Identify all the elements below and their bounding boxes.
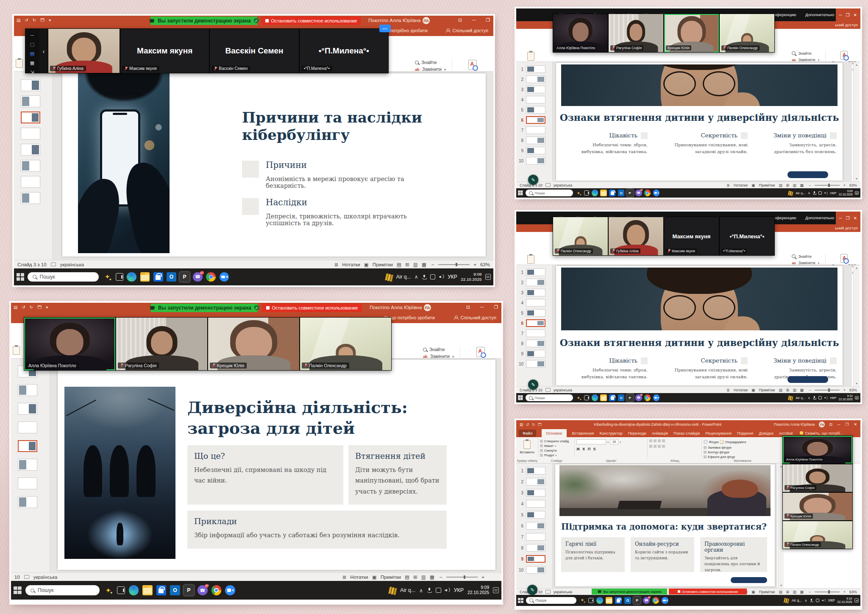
edge-icon[interactable] — [596, 597, 603, 604]
start-button[interactable] — [17, 273, 24, 281]
paste-button[interactable] — [16, 59, 23, 68]
taskbar-clock[interactable]: 9:1022.10.2025 — [837, 597, 852, 604]
quick-access-toolbar[interactable]: ▤↺↻🗔 — [520, 422, 542, 427]
zoom-app-icon[interactable] — [225, 585, 235, 595]
start-button[interactable] — [518, 190, 523, 195]
slide-thumbnail[interactable] — [526, 489, 545, 497]
restore-icon[interactable] — [845, 422, 849, 427]
outlook-icon[interactable] — [618, 190, 624, 196]
avatar[interactable]: ПА — [424, 304, 431, 311]
ribbon-options-icon[interactable] — [466, 304, 470, 310]
quick-access-toolbar[interactable] — [14, 305, 48, 310]
tell-me-box[interactable]: Скажіть, що потріб... — [800, 431, 843, 435]
preview-icon[interactable] — [40, 18, 45, 22]
close-icon[interactable] — [854, 13, 857, 17]
slide-panel-row[interactable]: 9 — [518, 147, 552, 154]
viber-icon[interactable]: 47 — [193, 272, 203, 282]
share-button[interactable]: Спільний доступ — [453, 315, 496, 320]
slide-thumbnail[interactable] — [18, 403, 37, 415]
copilot-icon[interactable] — [575, 394, 581, 401]
save-icon[interactable] — [14, 305, 17, 310]
slide-thumbnail[interactable] — [526, 106, 545, 114]
tell-me-box[interactable]: що потрібно зробити — [384, 315, 435, 320]
zoom-out-icon[interactable] — [440, 575, 442, 580]
video-tile-maksym[interactable]: Максим якуняМаксим якуня — [120, 28, 209, 73]
taskbar-clock[interactable]: 9:1022.10.2025 — [839, 394, 853, 401]
slide-thumbnail[interactable] — [526, 96, 545, 103]
video-tile-sofia[interactable]: Рагуліна Софія — [116, 317, 208, 371]
copilot-icon[interactable] — [579, 597, 586, 604]
store-icon[interactable] — [153, 272, 163, 282]
zoom-in-icon[interactable] — [481, 575, 484, 580]
notification-center-icon[interactable] — [854, 598, 858, 602]
weather-widget-icon[interactable] — [388, 587, 392, 594]
more-options-icon[interactable] — [379, 25, 391, 32]
notes-button[interactable]: Нотатки — [342, 262, 360, 267]
tab-acrobat[interactable]: Acrobat — [779, 431, 793, 435]
video-tile-oleks[interactable]: Палкін Олександр — [782, 521, 853, 549]
window-controls[interactable] — [836, 8, 860, 21]
zoom-percent[interactable]: 63% — [849, 590, 857, 594]
tray-speaker-icon[interactable] — [824, 396, 828, 399]
zoom-percent[interactable]: 63% — [849, 388, 857, 392]
slide-thumbnail[interactable] — [526, 65, 545, 73]
copilot-icon[interactable] — [103, 585, 114, 595]
slide-panel-row[interactable]: 10 — [518, 360, 552, 368]
video-tile-vasekin[interactable]: Васєкін СеменВасєкін Семен — [209, 28, 299, 73]
notification-center-icon[interactable] — [855, 396, 859, 400]
tray-mic-icon[interactable] — [427, 588, 432, 593]
slide-panel-row[interactable]: 6 — [518, 116, 552, 124]
comments-button[interactable]: Примітки — [759, 183, 775, 187]
undo-icon[interactable] — [22, 305, 25, 310]
slide-panel-row[interactable]: 5 — [518, 106, 552, 114]
slide-panel-row[interactable]: 2 — [518, 75, 552, 83]
comments-button[interactable]: Примітки — [373, 262, 393, 267]
chrome-icon[interactable] — [644, 190, 651, 196]
slide-thumbnail[interactable] — [526, 500, 545, 508]
file-explorer-icon[interactable] — [606, 597, 612, 604]
slide-thumbnail[interactable] — [21, 95, 40, 107]
slide-thumbnail[interactable] — [526, 299, 545, 307]
ribbon-options-icon[interactable] — [829, 422, 832, 427]
weather-widget-label[interactable]: Air q... — [396, 274, 411, 280]
slide-thumbnail[interactable] — [526, 566, 545, 574]
slide-panel-row[interactable]: 3 — [518, 489, 552, 497]
minimize-strip-icon[interactable] — [31, 33, 34, 38]
notes-button[interactable]: Нотатки — [350, 575, 368, 580]
video-tile-mylena[interactable]: •°П.Милена°••°П.Милена°• — [299, 28, 389, 73]
undo-icon[interactable] — [25, 18, 28, 22]
slide-thumbnail[interactable] — [21, 128, 40, 140]
slide-panel-row[interactable]: 1 — [518, 268, 552, 276]
tray-chevron-icon[interactable] — [415, 274, 418, 280]
chrome-icon[interactable] — [644, 394, 651, 401]
slide-thumbnail[interactable] — [526, 309, 545, 317]
section-button[interactable]: Розділ — [540, 453, 574, 457]
task-view-icon[interactable] — [584, 395, 589, 400]
slide-thumbnail-active[interactable] — [21, 112, 40, 123]
task-view-icon[interactable] — [117, 586, 125, 594]
keyboard-language[interactable]: УКР — [448, 274, 457, 280]
speaker-view-icon[interactable] — [30, 42, 34, 47]
view-buttons[interactable] — [779, 183, 805, 187]
viber-icon[interactable]: 47 — [635, 190, 642, 196]
zoom-strip-toolbar[interactable] — [25, 28, 39, 73]
notification-center-icon[interactable] — [493, 587, 499, 593]
video-tile-alina[interactable]: Губкіна Аліна — [48, 28, 120, 73]
edge-icon[interactable] — [592, 190, 598, 196]
weather-widget-icon[interactable] — [788, 191, 790, 195]
language-status[interactable]: українська — [554, 388, 572, 392]
annotation-pencil-button[interactable] — [528, 380, 538, 390]
preview-icon[interactable]: 🗔 — [538, 422, 542, 427]
slide-panel-row[interactable]: 3 — [518, 289, 552, 296]
slide-thumbnail[interactable] — [526, 126, 545, 134]
paste-button[interactable]: Вставити — [516, 440, 538, 454]
taskbar-search[interactable]: Пошук — [526, 190, 573, 196]
avatar[interactable]: ПА — [423, 17, 430, 24]
tray-speaker-icon[interactable] — [824, 191, 828, 195]
slide-panel-row[interactable]: 2 — [518, 478, 552, 486]
task-view-icon[interactable] — [584, 190, 589, 195]
video-tile-oleks[interactable]: Палкін Олександр — [553, 217, 608, 256]
close-icon[interactable]: ✕ — [854, 422, 857, 427]
save-icon[interactable] — [17, 18, 20, 22]
slide-thumbnail[interactable] — [526, 478, 545, 486]
